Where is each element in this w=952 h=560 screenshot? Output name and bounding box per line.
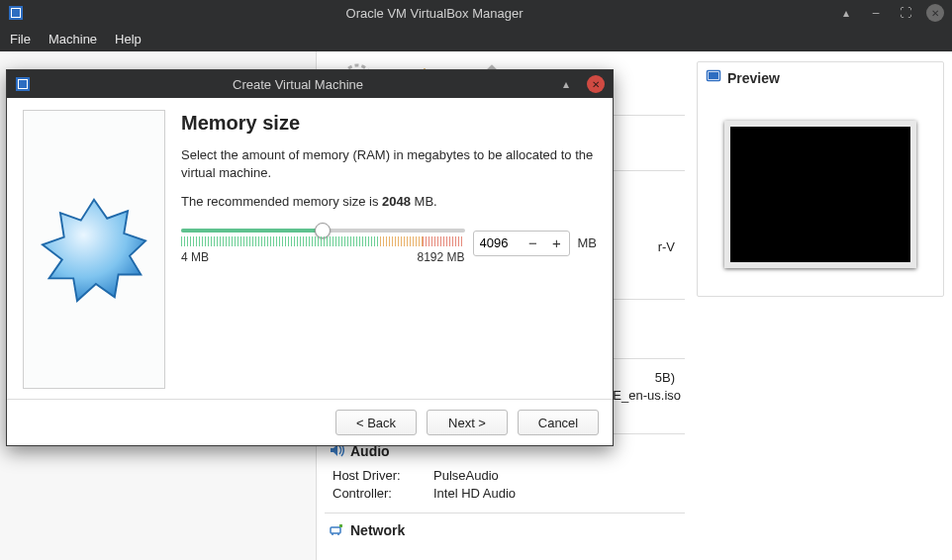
svg-rect-8 [709,72,718,79]
main-minimize-button[interactable]: – [867,4,885,22]
wizard-recommended: The recommended memory size is 2048 MB. [181,193,597,211]
menu-file[interactable]: File [10,32,31,47]
rec-suffix: MB. [411,194,437,209]
svg-rect-2 [12,9,20,17]
memory-slider[interactable]: 4 MB 8192 MB [181,223,465,264]
preview-screen [724,121,916,268]
wizard-illustration [23,110,165,389]
main-titlebar: Oracle VM VirtualBox Manager ▴ – ⛶ ✕ [0,0,952,26]
create-vm-dialog: Create Virtual Machine ▴ ✕ [6,69,614,446]
next-button[interactable]: Next > [427,410,508,435]
network-icon [329,521,344,540]
memory-unit: MB [578,235,598,250]
dialog-shade-button[interactable]: ▴ [557,75,575,93]
svg-rect-6 [339,524,342,527]
section-network: Network [325,513,685,548]
preview-icon [706,68,721,87]
dialog-titlebar: Create Virtual Machine ▴ ✕ [7,70,613,98]
back-button[interactable]: < Back [335,410,417,435]
dialog-app-icon [15,76,31,92]
memory-input[interactable] [474,235,522,250]
section-network-title: Network [350,522,405,538]
dialog-body: Memory size Select the amount of memory … [7,98,613,399]
main-close-button[interactable]: ✕ [926,4,944,22]
memory-slider-max: 8192 MB [417,250,464,264]
svg-marker-12 [43,200,145,301]
memory-slider-min: 4 MB [181,250,209,264]
audio-controller-label: Controller: [333,485,422,503]
dialog-close-button[interactable]: ✕ [587,75,605,93]
svg-rect-5 [331,527,340,533]
menu-machine[interactable]: Machine [48,32,97,47]
dialog-footer: < Back Next > Cancel [7,399,613,445]
cancel-button[interactable]: Cancel [518,410,599,435]
audio-host-driver-label: Host Driver: [333,467,422,485]
rec-value: 2048 [382,194,411,209]
menu-help[interactable]: Help [115,32,142,47]
rec-prefix: The recommended memory size is [181,194,382,209]
wizard-heading: Memory size [181,112,597,135]
audio-host-driver-value: PulseAudio [433,467,499,485]
main-title: Oracle VM VirtualBox Manager [32,6,837,21]
wizard-intro: Select the amount of memory (RAM) in meg… [181,146,597,181]
app-icon [8,5,24,21]
preview-box: Preview [697,61,944,297]
main-maximize-button[interactable]: ⛶ [897,4,914,22]
main-shade-button[interactable]: ▴ [837,4,855,22]
audio-controller-value: Intel HD Audio [433,485,516,503]
svg-rect-11 [19,80,27,88]
preview-title: Preview [727,70,780,86]
memory-step-down[interactable]: − [522,232,545,255]
memory-spinbox[interactable]: − + [473,231,570,256]
dialog-title: Create Virtual Machine [39,77,557,92]
memory-step-up[interactable]: + [545,232,569,255]
menubar: File Machine Help [0,26,952,51]
wizard-content: Memory size Select the amount of memory … [181,110,597,389]
